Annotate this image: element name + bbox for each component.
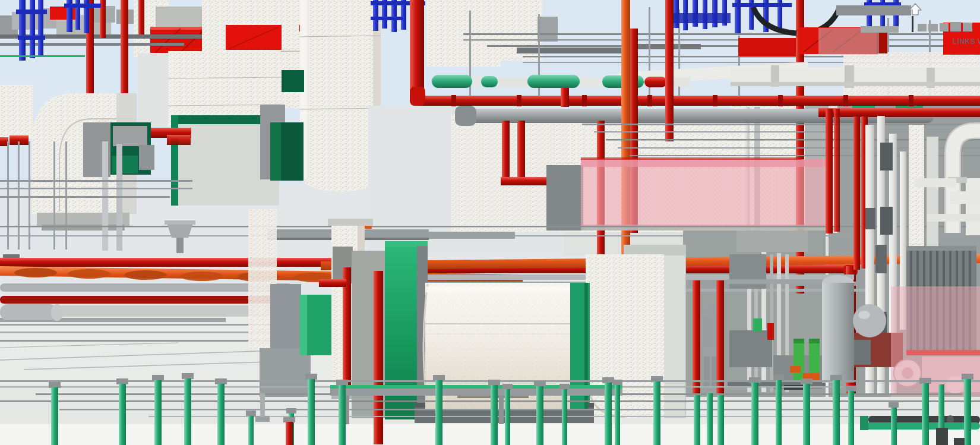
floor-pipe-green xyxy=(435,380,442,445)
pipe-red-coupling xyxy=(843,95,848,106)
pipe-red-vertical xyxy=(517,121,525,184)
floor-pipe-green xyxy=(217,384,225,445)
floor-pipe-flange xyxy=(612,380,622,385)
pipe-coupling-ribbed xyxy=(865,208,875,229)
pipe-orange-saddle xyxy=(181,272,223,281)
hanger-rod xyxy=(7,141,9,250)
rooftop-unit xyxy=(928,24,938,31)
pipe-darkred xyxy=(0,296,290,304)
pipe-blue-vertical xyxy=(30,0,35,58)
pipe-red-coupling xyxy=(582,95,587,106)
pipe-red-vertical xyxy=(138,0,144,34)
home-view-button[interactable] xyxy=(905,1,925,17)
pump-green-cap xyxy=(809,339,820,343)
pipe-red-main xyxy=(418,96,980,106)
pipe-green-elbow xyxy=(860,416,868,430)
pump-orange xyxy=(790,366,801,373)
pipe-green-line xyxy=(0,55,85,57)
cable-tray xyxy=(517,48,624,53)
pipe-coupling-ribbed xyxy=(880,143,893,171)
pipe-green-insulated xyxy=(527,75,580,88)
rooftop-unit xyxy=(963,23,972,31)
rooftop-unit xyxy=(940,23,949,31)
tank-sphere xyxy=(853,304,886,337)
duct-round-elbow xyxy=(455,106,476,126)
diffuser-flange xyxy=(165,220,195,225)
pipe-red-coupling xyxy=(909,95,913,106)
pipe-green-horizontal xyxy=(860,422,980,430)
pipe-white-segment xyxy=(473,76,480,87)
floor-pipe-green xyxy=(339,385,346,445)
pipe-blue-horizontal xyxy=(18,36,45,40)
beam-gray xyxy=(836,5,911,15)
equipment-box xyxy=(538,17,558,42)
diffuser-stem xyxy=(176,238,184,253)
floor-pipe-flange xyxy=(152,375,164,381)
floor-pipe-flange xyxy=(846,386,856,392)
pipe-orange-saddle xyxy=(68,269,110,279)
pipe-white-segment xyxy=(580,77,602,87)
clash-highlight-box xyxy=(581,159,828,231)
equipment-slab xyxy=(156,7,202,28)
duct-red-box xyxy=(50,7,78,20)
pipe-blue-vertical xyxy=(38,0,43,56)
pipe-white-horizontal xyxy=(915,178,956,187)
floor-pipe-green xyxy=(505,389,510,445)
pipe-red-vertical xyxy=(374,271,383,444)
floor-pipe-flange xyxy=(182,373,194,379)
equipment-box xyxy=(113,126,147,146)
pipe-red-coupling xyxy=(451,95,456,106)
person-figure-body xyxy=(703,317,719,347)
floor-pipe-flange xyxy=(215,378,227,384)
skid-frame xyxy=(736,231,808,252)
pipe-coupling-ribbed xyxy=(875,245,887,273)
pipe-red-vertical xyxy=(826,109,833,233)
floor-pipe-green xyxy=(605,383,612,445)
tank-top-highlight xyxy=(425,286,577,292)
equipment-box xyxy=(729,330,772,367)
pipe-green-insulated xyxy=(481,76,498,87)
pipe-blue-horizontal xyxy=(371,17,403,20)
floor-pipe-flange xyxy=(749,377,761,383)
rooftop-unit xyxy=(918,24,927,31)
floor-pipe-flange xyxy=(919,378,931,384)
floor-pipe-green xyxy=(891,408,897,445)
pipe-white-segment xyxy=(498,77,527,87)
pipe-white-horizontal xyxy=(950,191,980,204)
duct-white xyxy=(0,85,33,138)
equipment-green-box xyxy=(282,70,304,92)
floor-pipe-flange xyxy=(830,375,842,381)
glass-strip-teal xyxy=(581,227,836,231)
floor-pipe-green xyxy=(964,379,971,445)
floor-pipe-green xyxy=(938,384,944,428)
hanger-rod xyxy=(18,141,20,250)
rooftop-unit xyxy=(950,22,961,31)
floor-pipe-green xyxy=(119,384,126,445)
pipe-red-thin xyxy=(581,157,802,160)
model-viewport[interactable]: LINKS W xyxy=(0,0,980,445)
floor-pipe-green xyxy=(536,386,543,445)
rack-line xyxy=(0,226,980,228)
pipe-blue-horizontal xyxy=(732,3,792,7)
tank-vertical-body xyxy=(822,283,854,383)
floor-pipe-green xyxy=(154,380,162,445)
floor-pipe-green xyxy=(751,383,758,445)
pipe-white-horizontal xyxy=(927,214,980,222)
floor-pipe-flange xyxy=(801,378,813,384)
pipe-orange-saddle xyxy=(14,268,57,277)
pipe-red-vertical xyxy=(665,0,674,141)
floor-pipe-green xyxy=(803,384,810,445)
pipe-rack-line xyxy=(463,33,980,35)
pipe-blue-horizontal xyxy=(16,10,47,14)
panel-green-light xyxy=(300,295,307,355)
floor-pipe-flange xyxy=(559,384,570,389)
rack-leg xyxy=(499,396,504,424)
model-canvas xyxy=(0,0,980,445)
floor-pipe-flange xyxy=(246,411,256,416)
pipe-red-vertical xyxy=(834,109,840,232)
pipe-orange-saddle xyxy=(124,270,167,280)
pipe-shade xyxy=(731,82,980,86)
floor-pipe-red-flange xyxy=(283,417,295,422)
floor-pedestal-stem xyxy=(260,393,265,417)
person-figure-head xyxy=(706,306,715,315)
